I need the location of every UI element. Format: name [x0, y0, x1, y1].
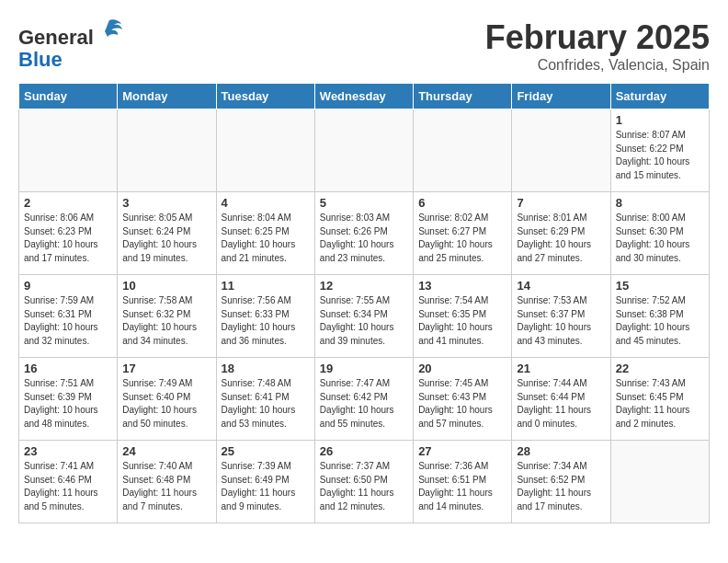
day-number: 9 [24, 279, 112, 293]
day-info: Sunrise: 7:52 AM Sunset: 6:38 PM Dayligh… [616, 294, 704, 348]
calendar-cell: 27Sunrise: 7:36 AM Sunset: 6:51 PM Dayli… [414, 441, 512, 523]
weekday-header-thursday: Thursday [414, 84, 512, 109]
day-number: 3 [122, 196, 210, 210]
calendar-subtitle: Confrides, Valencia, Spain [485, 57, 710, 74]
calendar-cell: 13Sunrise: 7:54 AM Sunset: 6:35 PM Dayli… [414, 275, 512, 358]
day-number: 2 [24, 196, 112, 210]
day-info: Sunrise: 8:02 AM Sunset: 6:27 PM Dayligh… [418, 212, 506, 265]
calendar-cell: 10Sunrise: 7:58 AM Sunset: 6:32 PM Dayli… [118, 275, 216, 358]
calendar-cell: 28Sunrise: 7:34 AM Sunset: 6:52 PM Dayli… [512, 441, 610, 523]
title-block: February 2025 Confrides, Valencia, Spain [485, 18, 710, 74]
day-info: Sunrise: 8:00 AM Sunset: 6:30 PM Dayligh… [616, 212, 704, 265]
calendar-cell: 3Sunrise: 8:05 AM Sunset: 6:24 PM Daylig… [118, 192, 216, 275]
day-info: Sunrise: 7:47 AM Sunset: 6:42 PM Dayligh… [320, 377, 408, 431]
weekday-header-wednesday: Wednesday [314, 84, 413, 109]
calendar-cell [610, 441, 709, 523]
calendar-cell: 15Sunrise: 7:52 AM Sunset: 6:38 PM Dayli… [610, 275, 709, 358]
day-info: Sunrise: 8:04 AM Sunset: 6:25 PM Dayligh… [222, 212, 310, 265]
day-number: 13 [418, 279, 506, 293]
day-info: Sunrise: 8:07 AM Sunset: 6:22 PM Dayligh… [616, 129, 704, 182]
week-row-2: 2Sunrise: 8:06 AM Sunset: 6:23 PM Daylig… [19, 192, 710, 275]
day-number: 28 [517, 444, 605, 458]
day-number: 22 [616, 362, 704, 375]
day-number: 19 [320, 362, 408, 375]
calendar-cell: 24Sunrise: 7:40 AM Sunset: 6:48 PM Dayli… [118, 441, 216, 523]
calendar-cell [314, 109, 413, 192]
day-number: 27 [418, 444, 506, 458]
day-info: Sunrise: 7:59 AM Sunset: 6:31 PM Dayligh… [24, 294, 112, 348]
week-row-5: 23Sunrise: 7:41 AM Sunset: 6:46 PM Dayli… [19, 441, 710, 523]
day-number: 26 [320, 444, 408, 458]
weekday-header-friday: Friday [512, 84, 610, 109]
weekday-header-row: SundayMondayTuesdayWednesdayThursdayFrid… [19, 84, 710, 109]
calendar-cell: 11Sunrise: 7:56 AM Sunset: 6:33 PM Dayli… [216, 275, 314, 358]
day-number: 14 [517, 279, 605, 293]
calendar-cell: 23Sunrise: 7:41 AM Sunset: 6:46 PM Dayli… [19, 441, 118, 523]
page-header: General Blue February 2025 Confrides, Va… [18, 18, 710, 74]
calendar-cell: 26Sunrise: 7:37 AM Sunset: 6:50 PM Dayli… [314, 441, 413, 523]
calendar-cell [118, 109, 216, 192]
calendar-cell: 9Sunrise: 7:59 AM Sunset: 6:31 PM Daylig… [19, 275, 118, 358]
calendar-table: SundayMondayTuesdayWednesdayThursdayFrid… [18, 83, 710, 523]
calendar-cell: 14Sunrise: 7:53 AM Sunset: 6:37 PM Dayli… [512, 275, 610, 358]
day-number: 23 [24, 444, 112, 458]
calendar-cell: 17Sunrise: 7:49 AM Sunset: 6:40 PM Dayli… [118, 358, 216, 441]
calendar-cell [216, 109, 314, 192]
day-info: Sunrise: 7:48 AM Sunset: 6:41 PM Dayligh… [222, 377, 310, 431]
calendar-title: February 2025 [485, 18, 710, 57]
day-info: Sunrise: 8:06 AM Sunset: 6:23 PM Dayligh… [24, 212, 112, 265]
calendar-cell: 22Sunrise: 7:43 AM Sunset: 6:45 PM Dayli… [610, 358, 709, 441]
day-number: 25 [222, 444, 310, 458]
day-info: Sunrise: 7:40 AM Sunset: 6:48 PM Dayligh… [122, 460, 210, 513]
day-info: Sunrise: 7:51 AM Sunset: 6:39 PM Dayligh… [24, 377, 112, 431]
calendar-cell: 18Sunrise: 7:48 AM Sunset: 6:41 PM Dayli… [216, 358, 314, 441]
weekday-header-saturday: Saturday [610, 84, 709, 109]
day-number: 24 [122, 444, 210, 458]
day-info: Sunrise: 7:36 AM Sunset: 6:51 PM Dayligh… [418, 460, 506, 513]
calendar-cell: 1Sunrise: 8:07 AM Sunset: 6:22 PM Daylig… [610, 109, 709, 192]
week-row-3: 9Sunrise: 7:59 AM Sunset: 6:31 PM Daylig… [19, 275, 710, 358]
day-info: Sunrise: 7:58 AM Sunset: 6:32 PM Dayligh… [122, 294, 210, 348]
calendar-cell: 21Sunrise: 7:44 AM Sunset: 6:44 PM Dayli… [512, 358, 610, 441]
day-number: 12 [320, 279, 408, 293]
day-info: Sunrise: 7:54 AM Sunset: 6:35 PM Dayligh… [418, 294, 506, 348]
day-number: 11 [222, 279, 310, 293]
day-number: 21 [517, 362, 605, 375]
logo-bird-icon [96, 18, 123, 44]
weekday-header-monday: Monday [118, 84, 216, 109]
day-number: 15 [616, 279, 704, 293]
day-number: 16 [24, 362, 112, 375]
calendar-cell: 25Sunrise: 7:39 AM Sunset: 6:49 PM Dayli… [216, 441, 314, 523]
day-info: Sunrise: 7:45 AM Sunset: 6:43 PM Dayligh… [418, 377, 506, 431]
day-number: 7 [517, 196, 605, 210]
calendar-cell: 19Sunrise: 7:47 AM Sunset: 6:42 PM Dayli… [314, 358, 413, 441]
day-info: Sunrise: 7:53 AM Sunset: 6:37 PM Dayligh… [517, 294, 605, 348]
day-number: 20 [418, 362, 506, 375]
calendar-cell: 12Sunrise: 7:55 AM Sunset: 6:34 PM Dayli… [314, 275, 413, 358]
calendar-cell: 6Sunrise: 8:02 AM Sunset: 6:27 PM Daylig… [414, 192, 512, 275]
day-info: Sunrise: 8:01 AM Sunset: 6:29 PM Dayligh… [517, 212, 605, 265]
weekday-header-tuesday: Tuesday [216, 84, 314, 109]
calendar-cell [19, 109, 118, 192]
day-number: 18 [222, 362, 310, 375]
calendar-cell: 2Sunrise: 8:06 AM Sunset: 6:23 PM Daylig… [19, 192, 118, 275]
day-info: Sunrise: 7:34 AM Sunset: 6:52 PM Dayligh… [517, 460, 605, 513]
weekday-header-sunday: Sunday [19, 84, 118, 109]
day-info: Sunrise: 7:43 AM Sunset: 6:45 PM Dayligh… [616, 377, 704, 431]
calendar-cell: 8Sunrise: 8:00 AM Sunset: 6:30 PM Daylig… [610, 192, 709, 275]
day-info: Sunrise: 8:05 AM Sunset: 6:24 PM Dayligh… [122, 212, 210, 265]
day-info: Sunrise: 7:55 AM Sunset: 6:34 PM Dayligh… [320, 294, 408, 348]
day-info: Sunrise: 7:39 AM Sunset: 6:49 PM Dayligh… [222, 460, 310, 513]
calendar-cell: 20Sunrise: 7:45 AM Sunset: 6:43 PM Dayli… [414, 358, 512, 441]
logo-general-text: General [18, 26, 94, 49]
logo-blue-text: Blue [18, 48, 63, 71]
calendar-cell: 7Sunrise: 8:01 AM Sunset: 6:29 PM Daylig… [512, 192, 610, 275]
calendar-cell: 16Sunrise: 7:51 AM Sunset: 6:39 PM Dayli… [19, 358, 118, 441]
day-info: Sunrise: 7:49 AM Sunset: 6:40 PM Dayligh… [122, 377, 210, 431]
day-number: 10 [122, 279, 210, 293]
week-row-4: 16Sunrise: 7:51 AM Sunset: 6:39 PM Dayli… [19, 358, 710, 441]
day-info: Sunrise: 7:41 AM Sunset: 6:46 PM Dayligh… [24, 460, 112, 513]
logo: General Blue [18, 18, 123, 71]
week-row-1: 1Sunrise: 8:07 AM Sunset: 6:22 PM Daylig… [19, 109, 710, 192]
calendar-cell: 4Sunrise: 8:04 AM Sunset: 6:25 PM Daylig… [216, 192, 314, 275]
